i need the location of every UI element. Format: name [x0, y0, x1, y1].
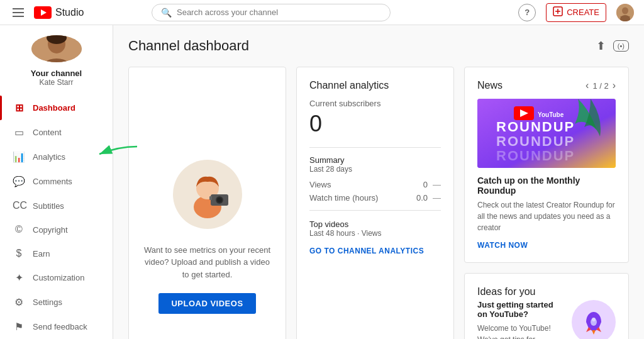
search-input[interactable]	[177, 8, 381, 17]
ideas-description: Welcome to YouTube! We've got tips for u…	[477, 323, 564, 339]
customization-icon: ✦	[13, 272, 25, 284]
help-button[interactable]: ?	[518, 4, 536, 21]
dashboard-grid: Want to see metrics on your recent video…	[128, 67, 629, 339]
stat-dash: —	[433, 193, 441, 203]
create-button[interactable]: CREATE	[546, 3, 606, 22]
sidebar-item-dashboard[interactable]: ⊞ Dashboard	[0, 96, 113, 120]
sidebar-label-dashboard: Dashboard	[33, 103, 75, 113]
ideas-text: Just getting started on YouTube? Welcome…	[477, 300, 564, 339]
top-nav: Studio 🔍 ? CREATE	[0, 0, 644, 25]
search-icon: 🔍	[161, 8, 172, 18]
feedback-icon: ⚑	[13, 321, 25, 333]
content-icon: ▭	[13, 126, 25, 138]
search-bar[interactable]: 🔍	[152, 4, 391, 21]
stats-container: Views 0 — Watch time (hours) 0.0 —	[309, 180, 441, 203]
svg-point-16	[217, 197, 222, 203]
nav-left: Studio	[10, 6, 84, 19]
ideas-title: Ideas for you	[477, 286, 616, 297]
settings-icon: ⚙	[13, 296, 25, 308]
sidebar-item-copyright[interactable]: © Copyright	[0, 218, 113, 242]
svg-point-26	[592, 318, 596, 321]
comments-icon: 💬	[13, 175, 25, 187]
summary-period: Last 28 days	[309, 165, 441, 174]
news-prev-button[interactable]: ‹	[586, 80, 589, 91]
subtitles-icon: CC	[13, 200, 25, 211]
sidebar-label-feedback: Send feedback	[33, 322, 87, 331]
upload-description: Want to see metrics on your recent video…	[142, 244, 273, 281]
news-card-header: News ‹ 1 / 2 ›	[477, 80, 616, 91]
divider-2	[309, 210, 441, 211]
stat-value: 0.0 —	[416, 193, 441, 203]
svg-rect-17	[209, 196, 212, 200]
sidebar-item-comments[interactable]: 💬 Comments	[0, 169, 113, 194]
stat-dash: —	[433, 180, 441, 189]
svg-text:YouTube: YouTube	[538, 111, 564, 118]
svg-text:ROUNDUP: ROUNDUP	[496, 148, 575, 164]
upload-videos-button[interactable]: UPLOAD VIDEOS	[158, 293, 255, 314]
analytics-title: Channel analytics	[309, 80, 441, 91]
sidebar: Your channel Kate Starr ⊞ Dashboard ▭ Co…	[0, 25, 113, 339]
main-content: Channel dashboard ⬆ (•)	[113, 25, 644, 339]
upload-icon-button[interactable]: ⬆	[596, 39, 606, 53]
sidebar-item-settings[interactable]: ⚙ Settings	[0, 290, 113, 314]
channel-avatar[interactable]	[31, 35, 82, 62]
ideas-body: Just getting started on YouTube? Welcome…	[477, 300, 616, 339]
channel-subtitle: Kate Starr	[39, 78, 73, 87]
header-actions: ⬆ (•)	[596, 39, 629, 53]
watch-now-link[interactable]: WATCH NOW	[477, 241, 528, 250]
upload-illustration	[170, 157, 245, 234]
sidebar-label-subtitles: Subtitles	[33, 201, 64, 211]
news-navigation: ‹ 1 / 2 ›	[586, 80, 616, 91]
analytics-icon: 📊	[13, 151, 25, 163]
app-body: Your channel Kate Starr ⊞ Dashboard ▭ Co…	[0, 25, 644, 339]
news-title: News	[477, 80, 502, 91]
ideas-subtitle: Just getting started on YouTube?	[477, 300, 564, 319]
top-videos-period: Last 48 hours · Views	[309, 229, 441, 238]
subscribers-count: 0	[309, 111, 441, 137]
create-label: CREATE	[567, 8, 599, 17]
summary-label: Summary	[309, 155, 441, 165]
news-card: News ‹ 1 / 2 ›	[464, 67, 629, 263]
stat-name: Views	[309, 180, 331, 189]
analytics-card: Channel analytics Current subscribers 0 …	[296, 67, 454, 339]
news-next-button[interactable]: ›	[613, 80, 616, 91]
stat-row: Views 0 —	[309, 180, 441, 189]
subscribers-label: Current subscribers	[309, 99, 441, 108]
upload-card: Want to see metrics on your recent video…	[128, 67, 286, 339]
sidebar-item-analytics[interactable]: 📊 Analytics	[0, 145, 113, 169]
news-description: Check out the latest Creator Roundup for…	[477, 199, 616, 233]
svg-point-6	[622, 7, 628, 14]
stat-row: Watch time (hours) 0.0 —	[309, 193, 441, 203]
sidebar-label-settings: Settings	[33, 297, 62, 307]
copyright-icon: ©	[13, 224, 25, 235]
hamburger-menu-icon[interactable]	[10, 6, 26, 19]
stat-name: Watch time (hours)	[309, 193, 378, 203]
sidebar-item-subtitles[interactable]: CC Subtitles	[0, 194, 113, 218]
rocket-icon	[572, 300, 616, 339]
stat-value: 0 —	[423, 180, 441, 189]
sidebar-item-customization[interactable]: ✦ Customization	[0, 265, 113, 290]
studio-label: Studio	[55, 7, 84, 18]
create-icon	[553, 6, 563, 19]
top-videos-label: Top videos	[309, 220, 441, 229]
dashboard-icon: ⊞	[13, 102, 25, 114]
sidebar-item-earn[interactable]: $ Earn	[0, 242, 113, 265]
sidebar-label-content: Content	[33, 128, 62, 137]
news-image: YouTube ROUNDUP ROUNDUP ROUNDUP	[477, 99, 616, 168]
sidebar-label-comments: Comments	[33, 177, 72, 186]
news-page: 1 / 2	[592, 81, 608, 91]
svg-text:ROUNDUP: ROUNDUP	[496, 119, 575, 135]
go-to-analytics-link[interactable]: GO TO CHANNEL ANALYTICS	[309, 247, 441, 255]
youtube-logo-icon	[34, 6, 52, 19]
notification-badge[interactable]: (•)	[613, 40, 629, 52]
sidebar-label-earn: Earn	[33, 249, 50, 258]
avatar[interactable]	[616, 4, 634, 21]
dashboard-header: Channel dashboard ⬆ (•)	[128, 38, 629, 54]
sidebar-label-analytics: Analytics	[33, 152, 65, 162]
sidebar-label-customization: Customization	[33, 273, 84, 282]
right-column: News ‹ 1 / 2 ›	[464, 67, 629, 339]
sidebar-nav: ⊞ Dashboard ▭ Content 📊 Analytics 💬 Comm…	[0, 96, 113, 339]
earn-icon: $	[13, 248, 25, 259]
sidebar-item-feedback[interactable]: ⚑ Send feedback	[0, 314, 113, 339]
sidebar-item-content[interactable]: ▭ Content	[0, 120, 113, 145]
